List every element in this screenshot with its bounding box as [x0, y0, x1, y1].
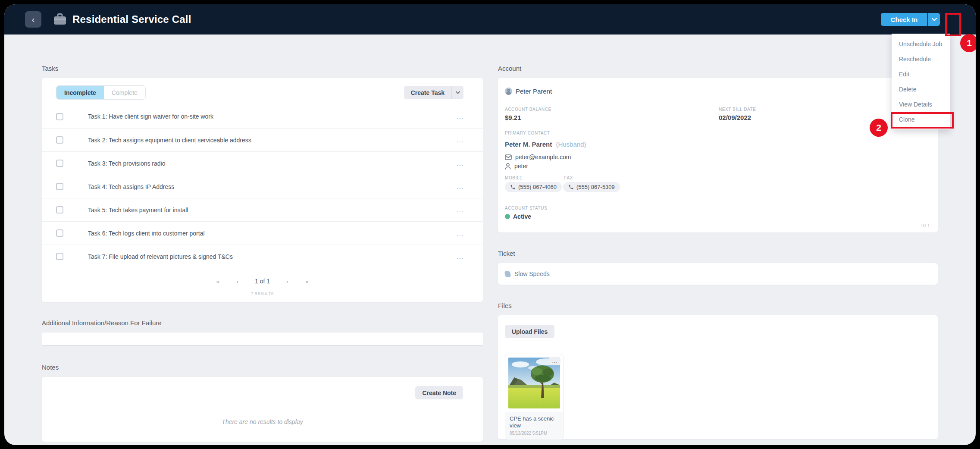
account-link[interactable]: Peter Parent [505, 88, 931, 95]
additional-info-input[interactable] [42, 333, 483, 346]
chevron-down-icon [932, 18, 937, 21]
email-icon [505, 154, 512, 160]
mobile-phone-number: (555) 867-4060 [518, 184, 557, 190]
back-button[interactable]: ‹ [25, 11, 41, 28]
task-menu-button[interactable]: ... [457, 232, 463, 235]
task-checkbox[interactable] [56, 229, 63, 237]
next-bill-date-value: 02/09/2022 [719, 114, 756, 121]
task-row: Task 5: Tech takes payment for install .… [42, 198, 483, 221]
account-status-value: Active [513, 213, 531, 220]
account-name: Peter Parent [516, 88, 552, 95]
task-checkbox[interactable] [56, 183, 63, 190]
pagination-prev-button[interactable]: ‹ [233, 278, 242, 285]
annotation-box-1 [945, 13, 961, 36]
menu-item-unschedule-job[interactable]: Unschedule Job [892, 36, 950, 51]
files-section-title: Files [498, 302, 938, 309]
menu-item-view-details[interactable]: View Details [892, 97, 950, 112]
task-list: Task 1: Have client sign waiver for on-s… [42, 105, 483, 268]
upload-files-button[interactable]: Upload Files [505, 325, 554, 338]
create-task-menu-toggle[interactable] [451, 86, 463, 99]
menu-item-delete[interactable]: Delete [892, 82, 950, 97]
task-menu-button[interactable]: ... [457, 162, 463, 165]
task-menu-button[interactable]: ... [457, 185, 463, 188]
results-count: 7 RESULTS [42, 292, 483, 296]
fax-phone-number: (555) 867-5309 [576, 184, 615, 190]
task-label: Task 5: Tech takes payment for install [88, 207, 188, 214]
file-menu-button[interactable]: ... [549, 357, 560, 365]
task-label: Task 7: File upload of relevant pictures… [88, 253, 233, 260]
menu-item-reschedule[interactable]: Reschedule [892, 51, 950, 66]
next-bill-date-label: NEXT BILL DATE [719, 107, 756, 112]
back-chevron-icon: ‹ [32, 15, 35, 25]
account-balance-label: ACCOUNT BALANCE [505, 107, 719, 112]
account-balance-value: $9.21 [505, 114, 719, 121]
task-row: Task 2: Tech assigns equipment to client… [42, 128, 483, 151]
account-card: Peter Parent ACCOUNT BALANCE $9.21 NEXT … [498, 78, 938, 232]
ticket-link[interactable]: Slow Speeds [514, 270, 550, 277]
notes-card: Create Note There are no results to disp… [42, 377, 483, 442]
primary-contact-label: PRIMARY CONTACT [505, 131, 931, 135]
tab-incomplete[interactable]: Incomplete [56, 86, 104, 99]
account-status-label: ACCOUNT STATUS [505, 206, 931, 210]
task-menu-button[interactable]: ... [457, 115, 463, 118]
status-active-dot [505, 214, 510, 219]
pagination-first-button[interactable]: « [213, 278, 222, 285]
contact-email: peter@example.com [515, 154, 571, 160]
check-in-split-button: Check In [881, 13, 940, 26]
file-name: CPE has a scenic view [510, 415, 559, 430]
pagination-last-button[interactable]: » [302, 278, 312, 285]
page-title: Residential Service Call [72, 13, 191, 25]
task-checkbox[interactable] [56, 206, 63, 214]
mobile-label: MOBILE [505, 176, 523, 180]
account-id: ID 1 [921, 223, 930, 228]
files-card: Upload Files [498, 315, 938, 439]
app-window: ‹ Residential Service Call Check In Unsc… [4, 4, 976, 445]
file-card[interactable]: ... CPE has a scenic view 05/13/2022 5:5… [505, 354, 564, 440]
annotation-step-1: 1 [960, 34, 976, 52]
task-menu-button[interactable]: ... [457, 208, 463, 212]
fax-label: FAX [564, 176, 573, 180]
check-in-button[interactable]: Check In [881, 13, 927, 26]
pagination-next-button[interactable]: › [283, 278, 291, 285]
tab-complete[interactable]: Complete [104, 86, 145, 99]
task-menu-button[interactable]: ... [457, 255, 463, 258]
phone-icon [568, 184, 574, 190]
phone-icon [510, 184, 516, 190]
task-checkbox[interactable] [56, 160, 63, 167]
header-bar: ‹ Residential Service Call Check In [4, 4, 976, 35]
create-task-button[interactable]: Create Task [404, 86, 451, 99]
additional-info-label: Additional Information/Reason For Failur… [42, 319, 483, 327]
tasks-section-title: Tasks [42, 65, 483, 72]
notes-section-title: Notes [42, 364, 483, 371]
task-label: Task 1: Have client sign waiver for on-s… [88, 113, 213, 120]
menu-item-edit[interactable]: Edit [892, 66, 950, 82]
check-in-menu-toggle[interactable] [928, 13, 940, 26]
ticket-card: Slow Speeds [498, 263, 938, 285]
task-checkbox[interactable] [56, 113, 63, 120]
task-row: Task 3: Tech provisions radio ... [42, 151, 483, 175]
task-label: Task 3: Tech provisions radio [88, 160, 166, 167]
task-checkbox[interactable] [56, 136, 63, 144]
contact-username: peter [514, 163, 528, 170]
task-label: Task 2: Tech assigns equipment to client… [88, 137, 251, 144]
task-menu-button[interactable]: ... [457, 138, 463, 142]
task-label: Task 6: Tech logs client into customer p… [88, 230, 205, 237]
briefcase-icon [53, 13, 66, 25]
task-row: Task 1: Have client sign waiver for on-s… [42, 105, 483, 128]
task-row: Task 4: Tech assigns IP Address ... [42, 175, 483, 198]
mobile-phone-pill[interactable]: (555) 867-4060 [505, 182, 562, 192]
file-timestamp: 05/13/2022 5:51PM [510, 431, 559, 436]
task-label: Task 4: Tech assigns IP Address [88, 183, 174, 190]
fax-phone-pill[interactable]: (555) 867-5309 [563, 182, 620, 192]
notes-empty-message: There are no results to display [42, 418, 483, 425]
tasks-card: Incomplete Complete Create Task [42, 78, 483, 302]
contact-relation-link[interactable]: (Husband) [556, 141, 586, 148]
annotation-step-2: 2 [870, 119, 888, 137]
chevron-down-icon [456, 91, 460, 94]
pagination-page-indicator: 1 of 1 [252, 278, 272, 285]
task-row: Task 6: Tech logs client into customer p… [42, 221, 483, 245]
task-checkbox[interactable] [56, 253, 63, 260]
avatar-icon [505, 88, 512, 95]
create-note-button[interactable]: Create Note [415, 386, 463, 399]
account-section-title: Account [498, 65, 938, 72]
